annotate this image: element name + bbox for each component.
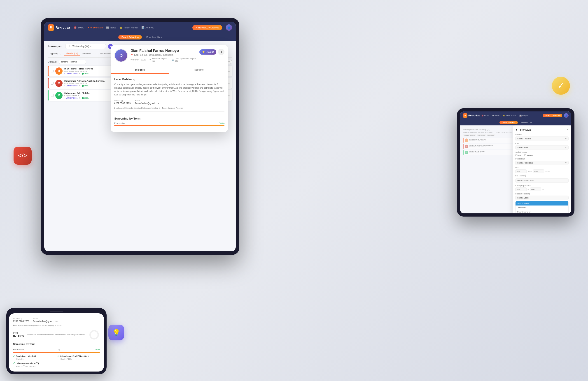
contact-row: Whatsapp 6289 8706 2203 Email farrosfais… <box>114 99 224 105</box>
svg-point-0 <box>90 331 98 339</box>
filter-kota-select[interactable]: Semua Kota ▾ <box>515 145 568 150</box>
nav-bar: R Rekrutiva 🎯 Board ✕ e-Selection 📰 News… <box>44 22 236 33</box>
screening-item-education: ✓ Pendidikan ( Min. D3 ) Hasil: S1 <box>13 355 56 360</box>
filter-provinsi-select[interactable]: Semua Provinsi ▾ <box>515 136 568 141</box>
screening-item-age: ✓ Usia Pelamar ( Min. 20th ) Hasil: 22th… <box>13 362 56 367</box>
download-button[interactable]: ⬇ <box>218 49 224 55</box>
tablet-avatar[interactable]: 👤 <box>564 113 568 118</box>
screening-title: Screening by Term <box>114 117 224 120</box>
profile-location: 📍 Kab. Bekasi, Jawa Barat, Indonesia <box>130 54 197 56</box>
filter-status-options: Semua Status Tidak Lolos Dipertimbangkan… <box>515 201 568 213</box>
profile-name: Dian Faishol Farros Hertoyo <box>130 49 197 53</box>
screening-term-title: Screening by Term <box>13 343 100 345</box>
filter-option-tidak-lolos[interactable]: Tidak Lolos <box>516 206 568 210</box>
filter-radio-wanita[interactable]: Wanita <box>524 154 533 156</box>
profile-tabs: Insights Rosume <box>111 66 228 74</box>
screening-item-profile: ✓ Kelengkapan Profil ( Min. 60% ) Hasil:… <box>57 355 100 360</box>
tablet-nav-analytic[interactable]: 📊 Analytic <box>519 114 528 117</box>
board-selection-btn[interactable]: Board Selection <box>118 35 142 39</box>
filter-title: ▼ Filter Data <box>515 128 531 131</box>
profile-avatar: D <box>114 49 128 62</box>
candidate-avatar: D <box>55 67 63 75</box>
buka-lowongan-button[interactable]: + BUKA LOWONGAN <box>192 25 222 30</box>
tablet-nav-talent[interactable]: ⭐ Talent Hunter <box>503 114 516 117</box>
filter-option-semua[interactable]: Semua Status <box>516 201 568 206</box>
tab-interview[interactable]: Interview ( 0 ) <box>81 51 97 56</box>
progress-bar <box>114 125 224 126</box>
candidate-checkbox[interactable] <box>51 70 54 72</box>
tablet-nav-board[interactable]: 🎯 Board <box>482 114 489 117</box>
mobile-contact-row: Whatsapp 6289 8706 2203 Email farrosfais… <box>13 317 100 323</box>
filter-close-button[interactable]: ✕ <box>566 128 568 131</box>
nav-eselection[interactable]: ✕ e-Selection <box>87 26 103 29</box>
candidate-checkbox[interactable] <box>51 82 54 85</box>
code-icon: </> <box>14 147 32 165</box>
tab-shortlist[interactable]: Shortlist ( 3 ) <box>64 51 80 56</box>
tablet-panel: R Rekrutiva 🎯 Board 📰 News ⭐ Talent Hunt… <box>457 108 574 217</box>
logo: R Rekrutiva <box>48 24 70 31</box>
profile-header: D Dian Faishol Farros Hertoyo 📍 Kab. Bek… <box>111 45 228 66</box>
nav-talent-hunter[interactable]: ⭐ Talent Hunter <box>119 26 138 29</box>
profile-info: Dian Faishol Farros Hertoyo 📍 Kab. Bekas… <box>130 49 197 62</box>
screening-items: ✓ Pendidikan ( Min. D3 ) Hasil: S1 ✓ Kel… <box>13 355 100 367</box>
candidate-checkbox[interactable] <box>51 94 54 97</box>
tab-insights[interactable]: Insights <box>111 66 169 74</box>
nav-links: 🎯 Board ✕ e-Selection 📰 News ⭐ Talent Hu… <box>74 26 189 29</box>
mobile-progress-bar <box>13 352 100 353</box>
tablet-logo: R Rekrutiva <box>463 113 480 118</box>
tablet-board-selection[interactable]: Board Selection <box>500 121 518 124</box>
tablet-nav-news[interactable]: 📰 News <box>492 114 500 117</box>
filter-usia-min[interactable] <box>515 170 526 173</box>
download-lists-link[interactable]: Download Lists <box>146 36 162 38</box>
filter-gender-label: Jenis Kelamin <box>515 151 568 153</box>
latar-belakang-text: Currently a third-year undergraduate stu… <box>114 83 224 96</box>
profile-actions: ⭐ i-Talent ⬇ <box>199 49 224 55</box>
contact-note: ℹ Untuk profil kandidat dapat di lihat s… <box>114 107 224 109</box>
tablet-buka-lowongan[interactable]: + BUKA LOWONGAN <box>543 114 562 117</box>
mobile-email: Email farrosfaishol@gmail.com <box>33 317 58 323</box>
filter-usia-range: Tahun Tahun <box>515 170 568 173</box>
italent-button[interactable]: ⭐ i-Talent <box>199 49 216 55</box>
tablet-nav: R Rekrutiva 🎯 Board 📰 News ⭐ Talent Hunt… <box>460 112 571 119</box>
sort-label: Urutkan : <box>48 61 57 63</box>
tablet-download-lists[interactable]: Download Lists <box>521 122 532 123</box>
filter-pendidikan-label: Pendidikan <box>515 158 568 160</box>
kesesuaian-row: Kesesuaian 100% <box>114 122 224 124</box>
profile-meta-row: ≡ UIUXINTE0003 ✈ Melamar 22 jam lalu 🔄 P… <box>130 57 197 62</box>
mobile-panel: Whatsapp 6289 8706 2203 Email farrosfais… <box>9 313 104 372</box>
filter-kelengkapan-max[interactable] <box>530 188 541 191</box>
filter-gender-options: Pria Wanita <box>515 154 568 156</box>
user-avatar[interactable]: 👤 <box>226 24 232 31</box>
donut-svg <box>88 329 100 340</box>
filter-bio-input[interactable] <box>515 178 568 183</box>
profile-applied: ✈ Melamar 22 jam lalu <box>149 57 168 62</box>
filter-radio-pria[interactable]: Pria <box>515 154 521 156</box>
latar-belakang-title: Latar Belakang <box>114 77 224 81</box>
filter-usia-max[interactable] <box>533 170 544 173</box>
lowongan-select[interactable]: UI UX Internship ( 0 ) ▾ <box>65 44 106 49</box>
filter-header: ▼ Filter Data ✕ <box>515 128 568 131</box>
filter-kelengkapan-min[interactable] <box>515 188 526 191</box>
profile-updated: 🔄 Profil diperbarui 22 jam lalu <box>172 57 197 62</box>
mobile-whatsapp: Whatsapp 6289 8706 2203 <box>13 317 29 323</box>
filter-usia-label: Usia <box>515 167 568 169</box>
nav-analytic[interactable]: 📊 Analytic <box>141 26 154 29</box>
nav-news[interactable]: 📰 News <box>106 26 116 29</box>
filter-option-dipertimbangkan[interactable]: Dipertimbangkan <box>516 210 568 213</box>
mobile-device: Whatsapp 6289 8706 2203 Email farrosfais… <box>6 308 106 374</box>
profile-panel: D Dian Faishol Farros Hertoyo 📍 Kab. Bek… <box>111 45 228 132</box>
sort-select[interactable]: Terbaru - Terlama <box>59 60 86 64</box>
tab-resume[interactable]: Rosume <box>169 66 228 74</box>
logo-text: Rekrutiva <box>56 26 70 29</box>
tab-applied[interactable]: Applied ( 0 ) <box>48 51 63 56</box>
kesesuaian-row-mobile: Kesesuaian ⓪ 100% <box>13 348 100 351</box>
mobile-progress-fill <box>13 352 100 353</box>
donut-chart <box>88 329 100 340</box>
nav-board[interactable]: 🎯 Board <box>74 26 84 29</box>
filter-pendidikan-select[interactable]: Semua Pendidikan ▾ <box>515 161 568 165</box>
divider <box>114 112 224 112</box>
filter-kota-label: Kota <box>515 142 568 145</box>
filter-status-label: Status Screening <box>515 193 568 195</box>
filter-status-dropdown[interactable]: Semua Status <box>515 196 568 200</box>
tablet-sub-nav: Board Selection Download Lists <box>460 119 571 125</box>
